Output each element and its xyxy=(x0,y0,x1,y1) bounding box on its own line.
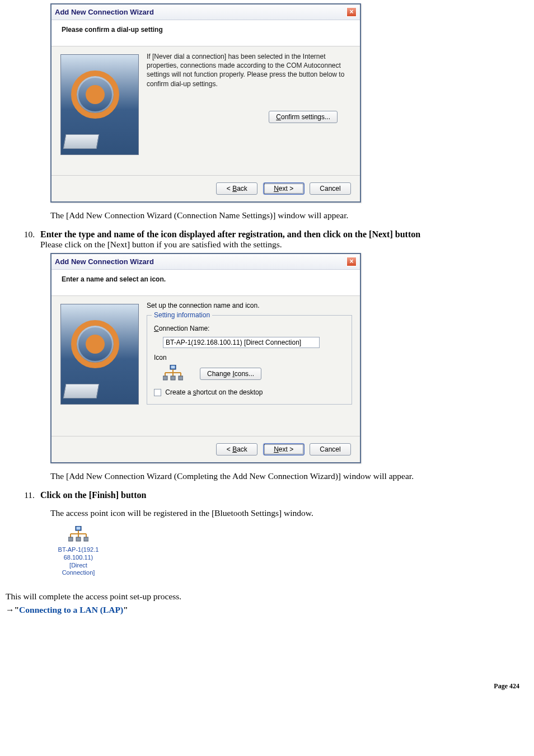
next-button[interactable]: Next > xyxy=(263,443,305,456)
close-icon[interactable]: × xyxy=(346,7,357,17)
wizard-dialup: Add New Connection Wizard × Please confi… xyxy=(50,3,361,203)
quote-close: " xyxy=(123,605,128,614)
step-11: 11. Click on the [Finish] button xyxy=(18,490,530,500)
ap-label-2: 68.100.11) xyxy=(50,554,106,562)
paragraph-1: The [Add New Connection Wizard (Connecti… xyxy=(50,210,530,220)
wizard-name-icon: Add New Connection Wizard × Enter a name… xyxy=(50,253,361,463)
paragraph-2: The [Add New Connection Wizard (Completi… xyxy=(50,471,530,481)
back-button[interactable]: < Back xyxy=(216,443,257,456)
wizard-footer: < Back Next > Cancel xyxy=(51,436,360,462)
arrow-icon: → xyxy=(6,605,15,614)
back-button[interactable]: < Back xyxy=(216,182,257,195)
lan-lap-link[interactable]: Connecting to a LAN (LAP) xyxy=(19,605,123,614)
shortcut-checkbox[interactable] xyxy=(154,389,161,396)
quote-open: " xyxy=(15,605,20,614)
access-point-icon[interactable]: BT-AP-1(192.1 68.100.11) [Direct Connect… xyxy=(50,526,106,577)
step-10-line2: Please click on the [Next] button if you… xyxy=(40,240,530,250)
page-number: Page 424 xyxy=(4,682,530,691)
window-title: Add New Connection Wizard xyxy=(55,257,154,266)
icon-label: Icon xyxy=(154,354,345,361)
ap-label-3: [Direct xyxy=(50,562,106,570)
connection-name-input[interactable] xyxy=(163,337,320,348)
cancel-button[interactable]: Cancel xyxy=(310,182,351,195)
cancel-button[interactable]: Cancel xyxy=(310,443,351,456)
window-title: Add New Connection Wizard xyxy=(55,8,154,16)
step-number: 11. xyxy=(18,490,35,500)
link-line: →"Connecting to a LAN (LAP)" xyxy=(6,605,530,615)
paragraph-3: The access point icon will be registered… xyxy=(50,508,530,518)
titlebar: Add New Connection Wizard × xyxy=(51,254,360,270)
legend: Setting information xyxy=(152,311,212,319)
network-icon xyxy=(163,365,183,383)
completion-text: This will complete the access point set-… xyxy=(6,591,530,602)
connection-name-label: Connection Name: xyxy=(154,325,209,332)
shortcut-row[interactable]: Create a shortcut on the desktop xyxy=(154,388,345,396)
wizard-graphic xyxy=(60,304,139,405)
step-number: 10. xyxy=(18,229,35,240)
wizard-subtitle: Please confirm a dial-up setting xyxy=(51,20,360,46)
step-11-bold: Click on the [Finish] button xyxy=(40,490,530,500)
confirm-settings-button[interactable]: Confirm settings... xyxy=(269,111,338,123)
ap-label-1: BT-AP-1(192.1 xyxy=(50,546,106,554)
next-button[interactable]: Next > xyxy=(263,182,305,195)
step-10: 10. Enter the type and name of the icon … xyxy=(18,229,530,250)
wizard-subtitle: Enter a name and select an icon. xyxy=(51,270,360,296)
change-icons-button[interactable]: Change Icons... xyxy=(200,368,261,380)
close-icon[interactable]: × xyxy=(346,257,357,266)
shortcut-label: Create a shortcut on the desktop xyxy=(165,388,263,396)
setting-info-group: Setting information Connection Name: Ico… xyxy=(147,315,352,405)
step-10-bold: Enter the type and name of the icon disp… xyxy=(40,229,530,240)
wizard2-top-text: Set up the connection name and icon. xyxy=(147,302,352,309)
ap-label-4: Connection] xyxy=(50,569,106,577)
wizard-body-text: If [Never dial a connection] has been se… xyxy=(147,52,352,88)
wizard-graphic xyxy=(60,54,139,155)
wizard-footer: < Back Next > Cancel xyxy=(51,175,360,201)
titlebar: Add New Connection Wizard × xyxy=(51,4,360,20)
